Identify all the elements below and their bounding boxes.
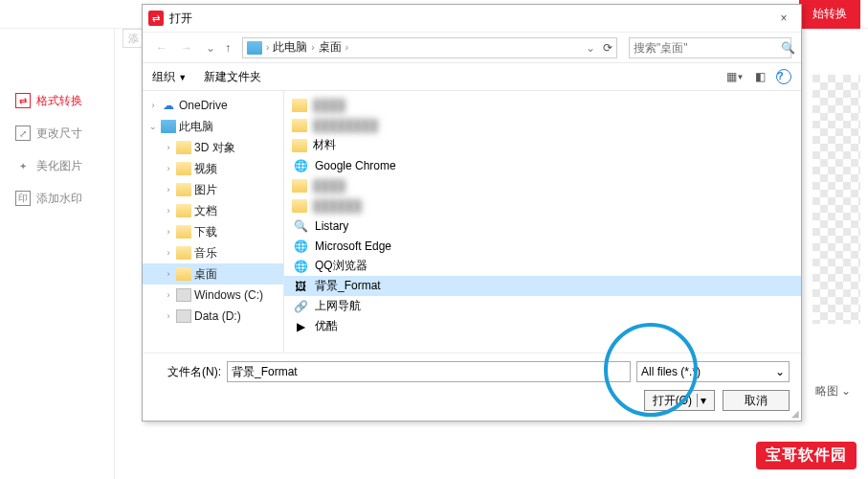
- add-button[interactable]: 添: [122, 29, 144, 48]
- tree-label: Windows (C:): [194, 288, 263, 302]
- tree-item[interactable]: ⌄此电脑: [143, 116, 283, 137]
- thumbnail-dropdown[interactable]: 略图 ⌄: [815, 383, 851, 399]
- preview-pane-button[interactable]: ◧: [751, 69, 768, 84]
- file-label: ██████: [313, 199, 362, 213]
- expand-icon[interactable]: ›: [164, 185, 173, 194]
- caret-icon: ›: [311, 42, 314, 53]
- file-label: Google Chrome: [315, 159, 396, 172]
- file-item[interactable]: ▶优酷: [284, 316, 801, 336]
- file-item[interactable]: 🌐QQ浏览器: [284, 256, 801, 276]
- expand-icon[interactable]: ›: [164, 311, 173, 321]
- file-item[interactable]: 🌐Google Chrome: [284, 155, 801, 175]
- expand-icon[interactable]: ›: [164, 290, 173, 300]
- sidebar-item-watermark[interactable]: 印添加水印: [0, 182, 114, 215]
- file-label: Listary: [315, 219, 348, 233]
- tree-label: 3D 对象: [194, 140, 235, 156]
- cancel-button[interactable]: 取消: [723, 390, 790, 411]
- nav-up-button[interactable]: ↑: [225, 41, 231, 55]
- caret-icon: ›: [345, 42, 348, 53]
- sidebar-label: 格式转换: [36, 93, 82, 109]
- pc-icon: [247, 41, 262, 55]
- dialog-footer: 文件名(N): All files (*.*) ⌄ 打开(O)▾ 取消 ◢: [143, 353, 801, 421]
- chevron-down-icon: ▼: [178, 73, 187, 82]
- help-button[interactable]: ?: [776, 69, 791, 84]
- file-label: Microsoft Edge: [315, 240, 391, 253]
- file-label: 优酷: [315, 318, 338, 334]
- tree-item[interactable]: ›视频: [143, 158, 283, 179]
- filename-label: 文件名(N):: [154, 364, 221, 380]
- resize-icon: ⤢: [15, 125, 31, 141]
- file-item[interactable]: 材料: [284, 135, 801, 155]
- file-label: QQ浏览器: [315, 258, 367, 274]
- tree-item[interactable]: ›图片: [143, 179, 283, 200]
- breadcrumb-pc[interactable]: 此电脑: [273, 39, 307, 56]
- new-folder-button[interactable]: 新建文件夹: [204, 69, 261, 85]
- tree-item[interactable]: ›☁OneDrive: [143, 95, 283, 116]
- nav-recent-button[interactable]: ⌄: [202, 39, 219, 57]
- tree-label: 文档: [194, 203, 217, 219]
- tree-item[interactable]: ›Windows (C:): [143, 285, 283, 306]
- dialog-main: ›☁OneDrive⌄此电脑›3D 对象›视频›图片›文档›下载›音乐›桌面›W…: [143, 91, 801, 353]
- file-item[interactable]: ████████: [284, 115, 801, 135]
- sidebar-item-resize[interactable]: ⤢更改尺寸: [0, 117, 114, 149]
- tree-label: 桌面: [194, 266, 217, 283]
- nav-back-button[interactable]: ←: [152, 39, 171, 57]
- sidebar-label: 美化图片: [36, 158, 82, 174]
- expand-icon[interactable]: ›: [164, 143, 173, 152]
- organize-button[interactable]: 组织 ▼: [152, 69, 187, 85]
- file-label: ████: [313, 179, 345, 193]
- sidebar-item-format[interactable]: ⇄格式转换: [0, 84, 114, 117]
- address-dropdown[interactable]: ⌄: [582, 39, 599, 57]
- file-label: ████: [313, 99, 345, 112]
- view-mode-button[interactable]: ▦ ▼: [726, 69, 744, 84]
- tree-label: 下载: [194, 224, 217, 240]
- expand-icon[interactable]: ›: [164, 227, 173, 237]
- tree-item[interactable]: ›下载: [143, 221, 283, 242]
- expand-icon[interactable]: ›: [164, 206, 173, 216]
- tree-item[interactable]: ›3D 对象: [143, 137, 283, 158]
- tree-item[interactable]: ›音乐: [143, 242, 283, 263]
- resize-grip[interactable]: ◢: [791, 408, 799, 419]
- expand-icon[interactable]: ›: [148, 101, 158, 110]
- search-box[interactable]: 🔍: [629, 37, 791, 58]
- tree-label: 图片: [194, 182, 217, 198]
- close-button[interactable]: ×: [772, 11, 795, 25]
- tree-item[interactable]: ›Data (D:): [143, 306, 283, 327]
- expand-icon[interactable]: ›: [164, 248, 173, 258]
- open-button[interactable]: 打开(O)▾: [644, 390, 715, 411]
- watermark-badge: 宝哥软件园: [756, 442, 857, 469]
- app-icon: ⇄: [148, 11, 164, 26]
- file-item[interactable]: ██████: [284, 195, 801, 216]
- nav-forward-button[interactable]: →: [177, 39, 196, 57]
- expand-icon[interactable]: ›: [164, 269, 173, 279]
- filename-input[interactable]: [227, 361, 631, 382]
- tree-item[interactable]: ›桌面: [143, 263, 283, 285]
- dialog-titlebar: ⇄ 打开 ×: [143, 5, 801, 32]
- file-item[interactable]: ████: [284, 175, 801, 195]
- refresh-button[interactable]: ⟳: [603, 41, 612, 55]
- sidebar-item-beautify[interactable]: ✦美化图片: [0, 149, 114, 182]
- dialog-nav: ← → ⌄ ↑ › 此电脑 › 桌面 › ⌄ ⟳ 🔍: [143, 32, 801, 62]
- file-item[interactable]: 🖼背景_Format: [284, 276, 801, 296]
- address-bar[interactable]: › 此电脑 › 桌面 › ⌄ ⟳: [242, 37, 617, 58]
- tree-label: 视频: [194, 161, 217, 177]
- breadcrumb-desktop[interactable]: 桌面: [319, 39, 342, 56]
- search-icon: 🔍: [781, 41, 795, 55]
- file-open-dialog: ⇄ 打开 × ← → ⌄ ↑ › 此电脑 › 桌面 › ⌄ ⟳ 🔍 组织 ▼ 新…: [142, 4, 802, 422]
- dialog-toolbar: 组织 ▼ 新建文件夹 ▦ ▼ ◧ ?: [143, 62, 801, 91]
- file-item[interactable]: 🔗上网导航: [284, 296, 801, 316]
- expand-icon[interactable]: ⌄: [148, 122, 158, 131]
- sidebar-label: 更改尺寸: [36, 125, 82, 142]
- file-item[interactable]: ████: [284, 95, 801, 115]
- file-label: 上网导航: [315, 298, 361, 314]
- file-item[interactable]: 🔍Listary: [284, 216, 801, 236]
- search-input[interactable]: [634, 41, 777, 55]
- app-sidebar: ⇄格式转换 ⤢更改尺寸 ✦美化图片 印添加水印: [0, 29, 115, 479]
- start-convert-button[interactable]: 始转换: [799, 0, 860, 29]
- expand-icon[interactable]: ›: [164, 164, 173, 173]
- file-item[interactable]: 🌐Microsoft Edge: [284, 236, 801, 256]
- filetype-select[interactable]: All files (*.*) ⌄: [636, 361, 790, 382]
- caret-icon: ›: [266, 42, 269, 53]
- file-label: ████████: [313, 119, 378, 132]
- tree-item[interactable]: ›文档: [143, 200, 283, 221]
